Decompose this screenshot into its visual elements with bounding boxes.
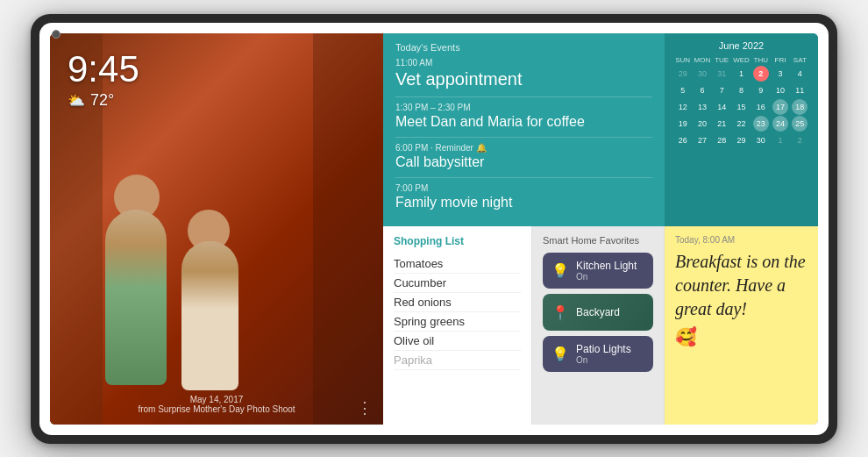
temperature: 72° [90,91,114,110]
photo-caption: May 14, 2017 from Surprise Mother's Day … [50,395,383,414]
cal-cell[interactable]: 30 [753,132,769,148]
cal-cell[interactable]: 27 [694,132,710,148]
day-wed: WED [732,56,751,64]
device-name-patio: Patio Lights [576,343,644,355]
day-mon: MON [693,56,711,64]
event-name-2: Meet Dan and Maria for coffee [395,113,652,130]
shopping-item-tomatoes[interactable]: Tomatoes [394,254,521,274]
time-widget: 9:45 ⛅ 72° [68,51,139,110]
smarthome-title: Smart Home Favorites [543,235,653,246]
cal-cell[interactable]: 17 [772,99,788,115]
calendar-day-labels: SUN MON TUE WED THU FRI SAT [673,56,809,64]
weather-icon: ⛅ [68,92,85,109]
cal-cell[interactable]: 13 [694,99,710,115]
cal-cell[interactable]: 22 [733,116,749,132]
events-panel: Today's Events 11:00 AM Vet appointment … [383,33,665,227]
calendar-grid: 29 30 31 1 2 3 4 5 6 7 8 9 [673,66,809,148]
device-card-patio[interactable]: 💡 Patio Lights On [543,336,653,372]
event-name-1: Vet appointment [395,68,652,89]
location-icon-backyard: 📍 [551,304,569,321]
cal-cell[interactable]: 8 [733,82,749,98]
device-status-kitchen: On [576,272,644,282]
day-sun: SUN [673,56,692,64]
cal-cell[interactable]: 6 [694,82,710,98]
cal-cell[interactable]: 24 [772,116,788,132]
sticky-text: Breakfast is on the counter. Have a grea… [675,250,808,321]
event-item-4[interactable]: 7:00 PM Family movie night [395,183,652,211]
event-item-1[interactable]: 11:00 AM Vet appointment [395,58,652,89]
device-card-kitchen[interactable]: 💡 Kitchen Light On [543,253,653,289]
cal-cell[interactable]: 18 [792,99,808,115]
events-title: Today's Events [395,42,652,53]
shopping-panel: Shopping List Tomatoes Cucumber Red onio… [383,226,532,424]
bottom-row: Shopping List Tomatoes Cucumber Red onio… [383,226,818,424]
cal-cell[interactable]: 26 [675,132,691,148]
device-status-patio: On [576,355,644,365]
cal-cell[interactable]: 7 [714,82,729,98]
sticky-emoji: 🥰 [675,326,808,347]
day-tue: TUE [713,56,731,64]
day-thu: THU [751,56,770,64]
cal-cell[interactable]: 1 [733,66,749,82]
light-icon-kitchen: 💡 [551,262,569,279]
device-name-backyard: Backyard [576,306,644,318]
device-info-patio: Patio Lights On [576,343,644,365]
device-screen: 9:45 ⛅ 72° May 14, 2017 from Surprise Mo… [39,23,829,435]
event-item-3[interactable]: 6:00 PM · Reminder 🔔 Call babysitter [395,143,652,170]
cal-cell[interactable]: 2 [792,132,808,148]
event-item-2[interactable]: 1:30 PM – 2:30 PM Meet Dan and Maria for… [395,103,652,130]
divider-3 [395,177,652,178]
camera-dot [52,30,60,39]
cal-cell[interactable]: 28 [714,132,729,148]
shopping-item-olive-oil[interactable]: Olive oil [394,332,521,351]
right-panel: Today's Events 11:00 AM Vet appointment … [383,33,818,425]
screen-content: 9:45 ⛅ 72° May 14, 2017 from Surprise Mo… [50,33,818,425]
cal-cell[interactable]: 23 [753,116,769,132]
cal-cell[interactable]: 4 [792,66,808,82]
device-frame: 9:45 ⛅ 72° May 14, 2017 from Surprise Mo… [31,14,837,444]
calendar-month: June 2022 [673,40,809,51]
cal-cell[interactable]: 25 [792,116,808,132]
cal-cell[interactable]: 29 [733,132,749,148]
calendar-panel: June 2022 SUN MON TUE WED THU FRI SAT [665,33,818,227]
sticky-time: Today, 8:00 AM [675,235,808,245]
shopping-item-cucumber[interactable]: Cucumber [394,274,521,293]
event-time-4: 7:00 PM [395,183,652,193]
clock-display: 9:45 [68,51,139,88]
cal-cell[interactable]: 11 [792,82,808,98]
cal-cell[interactable]: 31 [714,66,729,82]
cal-cell[interactable]: 3 [772,66,788,82]
device-name-kitchen: Kitchen Light [576,260,644,272]
day-fri: FRI [771,56,789,64]
photo-more-button[interactable]: ⋮ [357,398,373,418]
photo-panel: 9:45 ⛅ 72° May 14, 2017 from Surprise Mo… [50,33,383,425]
cal-cell[interactable]: 20 [694,116,710,132]
events-calendar-row: Today's Events 11:00 AM Vet appointment … [383,33,818,227]
cal-cell[interactable]: 15 [733,99,749,115]
sticky-note-panel: Today, 8:00 AM Breakfast is on the count… [665,226,818,424]
device-info-kitchen: Kitchen Light On [576,260,644,282]
shopping-title: Shopping List [394,235,521,247]
cal-cell[interactable]: 12 [675,99,691,115]
cal-cell[interactable]: 9 [753,82,769,98]
cal-cell[interactable]: 21 [714,116,729,132]
cal-cell[interactable]: 10 [772,82,788,98]
day-sat: SAT [791,56,809,64]
shopping-item-red-onions[interactable]: Red onions [394,293,521,312]
device-card-backyard[interactable]: 📍 Backyard [543,294,653,331]
cal-cell[interactable]: 14 [714,99,729,115]
divider-2 [395,137,652,138]
event-name-4: Family movie night [395,194,652,211]
cal-cell[interactable]: 19 [675,116,691,132]
cal-cell[interactable]: 16 [753,99,769,115]
cal-cell[interactable]: 29 [675,66,691,82]
event-name-3: Call babysitter [395,154,652,170]
weather-display: ⛅ 72° [68,91,139,110]
cal-cell[interactable]: 30 [694,66,710,82]
shopping-item-paprika[interactable]: Paprika [394,351,521,370]
cal-cell-today[interactable]: 2 [753,66,769,82]
divider-1 [395,96,652,97]
cal-cell[interactable]: 1 [772,132,788,148]
cal-cell[interactable]: 5 [675,82,691,98]
shopping-item-spring-greens[interactable]: Spring greens [394,312,521,332]
